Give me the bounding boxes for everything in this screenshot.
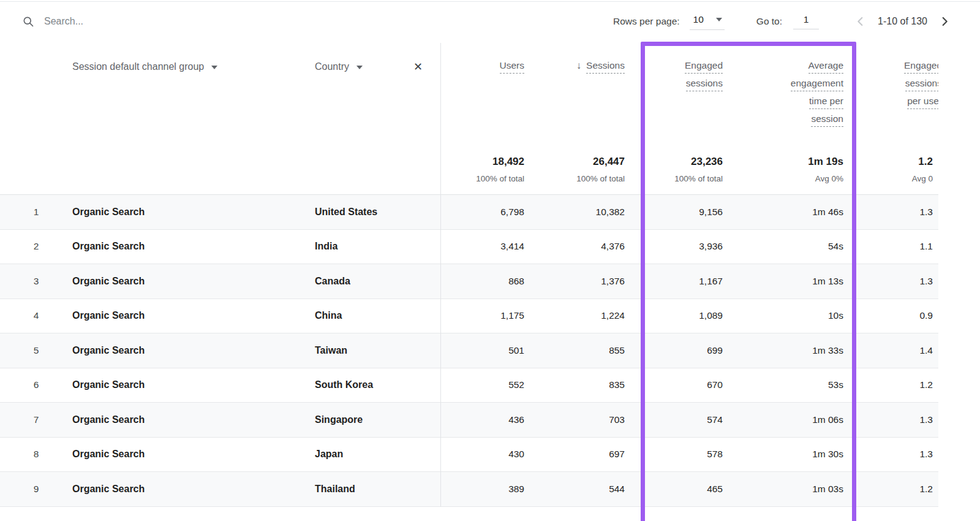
row-index: 2	[0, 241, 72, 252]
engaged-per-user-cell: 1.3	[858, 276, 938, 287]
chevron-down-icon	[716, 18, 722, 21]
users-total-sub: 100% of total	[476, 173, 524, 185]
avg-engagement-time-cell: 1m 13s	[737, 276, 858, 287]
next-page-button[interactable]	[936, 13, 953, 30]
sessions-total: 26,447 100% of total	[539, 150, 639, 194]
dimension-header-channel-group[interactable]: Session default channel group	[72, 43, 315, 150]
channel-cell: Organic Search	[72, 310, 315, 321]
engaged-sessions-total-sub: 100% of total	[674, 173, 723, 185]
avg-engagement-header-line[interactable]: session	[811, 113, 843, 127]
avg-engagement-time-cell: 1m 03s	[737, 484, 858, 495]
country-cell: Taiwan	[315, 345, 441, 356]
country-cell: Japan	[315, 449, 441, 460]
engaged-per-user-header-line[interactable]: per user	[907, 95, 938, 109]
sessions-cell: 544	[539, 484, 639, 495]
avg-engagement-time-total-sub: Avg 0%	[815, 173, 843, 185]
users-cell: 868	[441, 276, 539, 287]
engaged-per-user-cell: 1.4	[858, 345, 938, 356]
table-rows: 1 Organic Search United States 6,798 10,…	[0, 195, 938, 507]
channel-cell: Organic Search	[72, 484, 315, 495]
users-cell: 1,175	[441, 310, 539, 321]
sessions-cell: 703	[539, 414, 639, 425]
analytics-table: Session default channel group Country ✕ …	[0, 43, 938, 507]
engaged-sessions-total: 23,236 100% of total	[639, 150, 737, 194]
search-box[interactable]	[22, 15, 227, 28]
engaged-per-user-total-sub: Avg 0	[912, 173, 933, 185]
row-index: 7	[0, 414, 72, 425]
sessions-cell: 855	[539, 345, 639, 356]
table-header: Session default channel group Country ✕ …	[0, 43, 938, 195]
engaged-per-user-total-value: 1.2	[918, 155, 933, 169]
channel-cell: Organic Search	[72, 207, 315, 218]
avg-engagement-time-cell: 53s	[737, 379, 858, 390]
engaged-sessions-cell: 1,167	[639, 276, 737, 287]
users-cell: 6,798	[441, 207, 539, 218]
table-row: 5 Organic Search Taiwan 501 855 699 1m 3…	[0, 333, 938, 368]
table-toolbar: Rows per page: 10 Go to: 1-10 of 130	[0, 0, 980, 43]
avg-engagement-time-cell: 1m 33s	[737, 345, 858, 356]
users-cell: 552	[441, 379, 539, 390]
engaged-per-user-cell: 1.3	[858, 414, 938, 425]
country-cell: Thailand	[315, 484, 441, 495]
engaged-sessions-column-header[interactable]: Engaged sessions	[639, 43, 737, 150]
users-total: 18,492 100% of total	[441, 150, 539, 194]
country-cell: China	[315, 310, 441, 321]
go-to-label: Go to:	[756, 16, 782, 27]
sessions-cell: 697	[539, 449, 639, 460]
users-cell: 501	[441, 345, 539, 356]
engaged-sessions-header-line[interactable]: sessions	[686, 77, 723, 91]
sessions-cell: 10,382	[539, 207, 639, 218]
engaged-sessions-cell: 699	[639, 345, 737, 356]
avg-engagement-header-line[interactable]: time per	[809, 95, 843, 109]
engaged-per-user-cell: 1.2	[858, 484, 938, 495]
rows-per-page-select[interactable]: 10	[690, 13, 725, 30]
sessions-total-value: 26,447	[593, 155, 625, 169]
users-cell: 436	[441, 414, 539, 425]
country-cell: Canada	[315, 276, 441, 287]
search-input[interactable]	[43, 15, 227, 28]
avg-engagement-header-line[interactable]: Average	[809, 59, 843, 74]
chevron-down-icon	[356, 66, 363, 69]
engaged-sessions-cell: 574	[639, 414, 737, 425]
avg-engagement-time-total-value: 1m 19s	[808, 155, 843, 169]
country-cell: South Korea	[315, 379, 441, 390]
sessions-cell: 4,376	[539, 241, 639, 252]
chevron-left-icon	[854, 15, 867, 28]
table-row: 3 Organic Search Canada 868 1,376 1,167 …	[0, 264, 938, 299]
go-to-page-input[interactable]	[793, 13, 819, 29]
table-row: 8 Organic Search Japan 430 697 578 1m 30…	[0, 438, 938, 473]
table-row: 2 Organic Search India 3,414 4,376 3,936…	[0, 230, 938, 265]
row-index: 1	[0, 207, 72, 218]
dimension-header-country[interactable]: Country ✕	[315, 43, 441, 150]
avg-engagement-time-column-header[interactable]: Average engagement time per session	[737, 43, 858, 150]
engaged-sessions-per-user-column-header[interactable]: Engaged sessions per user	[858, 43, 938, 150]
users-header-label[interactable]: Users	[500, 59, 524, 74]
engaged-per-user-total: 1.2 Avg 0	[858, 150, 938, 194]
row-index: 5	[0, 345, 72, 356]
sort-descending-icon: ↓	[576, 59, 581, 72]
sessions-cell: 1,224	[539, 310, 639, 321]
engaged-sessions-cell: 3,936	[639, 241, 737, 252]
search-icon	[22, 15, 34, 28]
users-cell: 430	[441, 449, 539, 460]
sessions-column-header[interactable]: ↓ Sessions	[539, 43, 639, 150]
remove-dimension-icon[interactable]: ✕	[413, 60, 441, 74]
table-row: 4 Organic Search China 1,175 1,224 1,089…	[0, 299, 938, 334]
table-row: 7 Organic Search Singapore 436 703 574 1…	[0, 403, 938, 438]
row-index: 9	[0, 484, 72, 495]
engaged-per-user-cell: 1.1	[858, 241, 938, 252]
avg-engagement-header-line[interactable]: engagement	[791, 77, 843, 91]
engaged-per-user-header-line[interactable]: Engaged	[904, 59, 938, 74]
previous-page-button[interactable]	[852, 13, 869, 30]
engaged-per-user-header-line[interactable]: sessions	[905, 77, 938, 91]
country-cell: United States	[315, 207, 441, 218]
sessions-header-label[interactable]: Sessions	[586, 59, 625, 74]
avg-engagement-time-cell: 1m 46s	[737, 207, 858, 218]
engaged-per-user-cell: 1.2	[858, 379, 938, 390]
channel-cell: Organic Search	[72, 414, 315, 425]
engaged-sessions-header-line[interactable]: Engaged	[685, 59, 723, 74]
avg-engagement-time-cell: 54s	[737, 241, 858, 252]
users-column-header[interactable]: Users	[441, 43, 539, 150]
engaged-per-user-cell: 1.3	[858, 207, 938, 218]
engaged-per-user-cell: 0.9	[858, 310, 938, 321]
